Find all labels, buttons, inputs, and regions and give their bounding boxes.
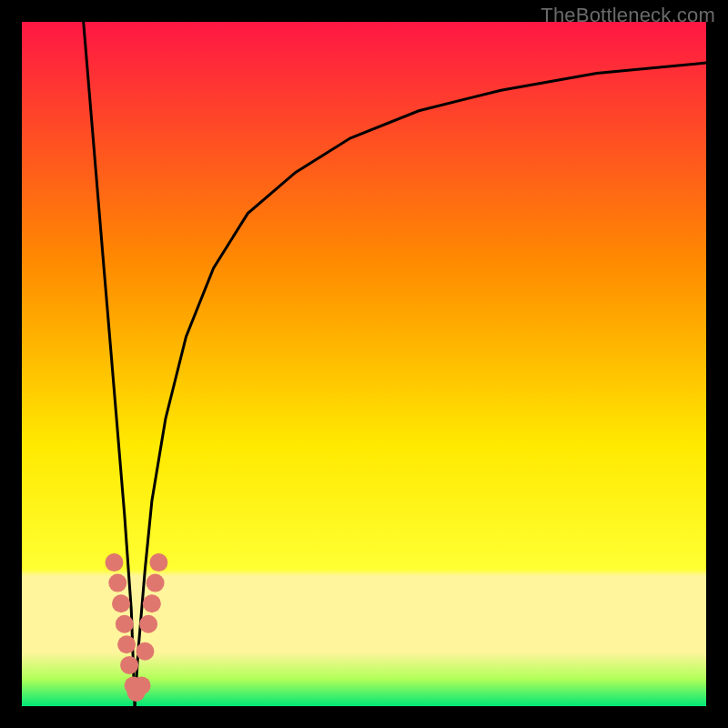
- data-point: [112, 594, 130, 612]
- data-point: [120, 656, 138, 674]
- data-point: [149, 553, 167, 571]
- data-point: [106, 553, 124, 571]
- data-point: [117, 635, 136, 653]
- chart-plot-area: [22, 22, 706, 706]
- data-point: [143, 594, 161, 612]
- data-point: [147, 574, 165, 592]
- data-point: [139, 615, 157, 633]
- data-point: [108, 574, 126, 592]
- data-point: [136, 642, 154, 661]
- chart-svg: [22, 22, 706, 706]
- watermark-text: TheBottleneck.com: [541, 4, 715, 27]
- data-point: [133, 676, 151, 694]
- data-point: [116, 615, 134, 633]
- chart-frame: TheBottleneck.com: [0, 0, 728, 728]
